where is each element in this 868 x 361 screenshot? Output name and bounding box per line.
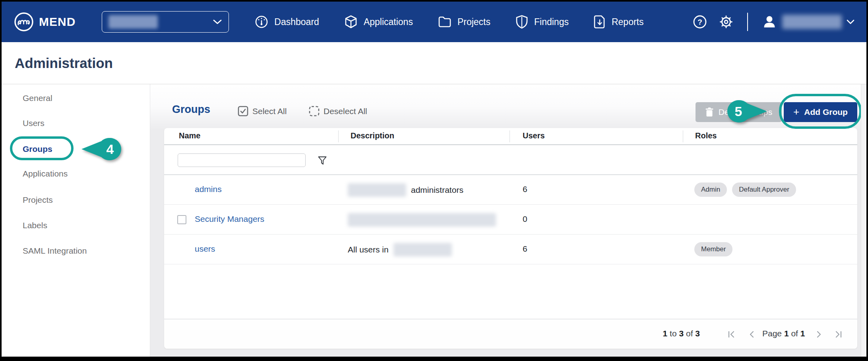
redacted-text [393,243,452,256]
screenshot-frame: MEND Dashboard [0,0,868,361]
nav-label: Findings [534,17,569,27]
page-title: Administration [15,55,113,71]
description-text: administrators [411,185,463,195]
last-page-button[interactable] [832,328,845,341]
pagination-bar: 1 to 3 of 3 Page 1 of 1 [164,319,857,349]
section-heading: Groups [172,103,210,116]
group-description-cell: administrators [348,183,463,197]
organization-redacted-value [108,15,158,29]
vertical-scrollbar[interactable] [861,84,866,357]
nav-item-findings[interactable]: Findings [515,15,569,29]
group-name-link[interactable]: admins [195,184,222,194]
nav-item-projects[interactable]: Projects [438,15,490,29]
group-description-cell: All users in [348,243,452,256]
roles-cell: Admin Default Approver [694,182,796,197]
select-all-checkbox-icon [238,106,248,116]
mend-logo-icon [14,12,34,32]
pagination-page-label: Page 1 of 1 [762,329,805,338]
navbar-right: ? [692,13,854,31]
delete-groups-label: Delete Groups [719,107,772,117]
deselect-all-dashed-icon [309,106,320,116]
settings-gear-icon[interactable] [719,14,734,29]
sidebar-item-applications[interactable]: Applications [23,168,68,180]
trash-icon [705,107,714,117]
group-name-link[interactable]: Security Managers [195,214,264,224]
redacted-text [348,213,496,227]
page-body: General Users Groups Applications Projec… [2,84,866,357]
role-badge: Member [694,242,732,256]
deselect-all-button[interactable]: Deselect All [309,106,367,116]
table-header-row: Name Description Users Roles [164,128,857,145]
sidebar-item-users[interactable]: Users [23,117,45,129]
sidebar-item-saml-integration[interactable]: SAML Integration [23,245,87,257]
organization-select[interactable] [102,11,229,33]
admin-sidebar: General Users Groups Applications Projec… [2,84,150,357]
next-page-button[interactable] [813,328,825,341]
row-checkbox[interactable] [177,215,186,224]
column-divider [338,130,339,142]
select-all-button[interactable]: Select All [238,106,287,116]
column-header-description[interactable]: Description [351,131,394,140]
column-header-users[interactable]: Users [523,131,545,140]
brand-name: MEND [39,15,76,29]
plus-icon: + [793,106,799,118]
filter-funnel-icon[interactable] [318,156,327,165]
column-header-name[interactable]: Name [179,131,200,140]
table-row: Security Managers 0 [164,205,857,235]
nav-label: Reports [612,17,644,27]
nav-item-applications[interactable]: Applications [344,15,413,29]
add-group-button[interactable]: + Add Group [784,102,857,122]
nav-label: Projects [457,17,490,27]
description-text: All users in [348,245,389,254]
deselect-all-label: Deselect All [324,107,367,116]
group-description-cell [348,213,496,227]
table-row: admins administrators 6 Admin Default Ap… [164,175,857,205]
group-name-link[interactable]: users [195,244,215,254]
roles-cell: Member [694,242,732,256]
column-header-roles[interactable]: Roles [695,131,717,140]
name-filter-input[interactable] [178,153,306,167]
sidebar-item-projects[interactable]: Projects [23,194,53,206]
table-row: users All users in 6 Member [164,235,857,264]
dashboard-icon [254,15,269,29]
delete-groups-button[interactable]: Delete Groups [696,102,782,122]
redacted-text [348,183,406,197]
nav-item-reports[interactable]: Reports [593,15,644,29]
table-filter-row [164,145,857,175]
pagination-range: 1 to 3 of 3 [632,329,700,338]
role-badge: Default Approver [732,182,796,197]
users-count: 6 [523,184,527,194]
column-divider [510,130,510,142]
users-count: 6 [523,244,527,254]
sidebar-item-labels[interactable]: Labels [23,219,47,231]
main-menu: Dashboard Applications Projects [254,15,643,29]
user-menu[interactable] [761,14,854,30]
first-page-button[interactable] [725,328,738,341]
nav-label: Dashboard [274,17,319,27]
findings-shield-icon [515,15,529,29]
sidebar-item-general[interactable]: General [23,92,52,104]
nav-label: Applications [364,17,413,27]
applications-cube-icon [344,15,358,29]
navbar-divider [747,13,748,31]
chevron-down-icon [213,19,222,25]
projects-folder-icon [438,15,452,29]
page-header: Administration [2,42,866,84]
app-window: MEND Dashboard [2,2,866,357]
help-icon[interactable]: ? [692,14,707,29]
role-badge: Admin [694,182,727,197]
select-all-label: Select All [252,107,287,116]
sidebar-item-groups[interactable]: Groups [23,143,52,155]
user-name-redacted [782,15,842,29]
user-avatar-icon [761,14,777,30]
groups-table: Name Description Users Roles admins [164,128,857,349]
add-group-label: Add Group [804,107,848,117]
nav-item-dashboard[interactable]: Dashboard [254,15,319,29]
brand-logo[interactable]: MEND [14,12,76,32]
column-divider [683,130,683,142]
users-count: 0 [523,214,527,224]
previous-page-button[interactable] [745,328,758,341]
reports-document-icon [593,15,606,29]
svg-text:?: ? [698,18,702,26]
top-navbar: MEND Dashboard [2,2,866,42]
